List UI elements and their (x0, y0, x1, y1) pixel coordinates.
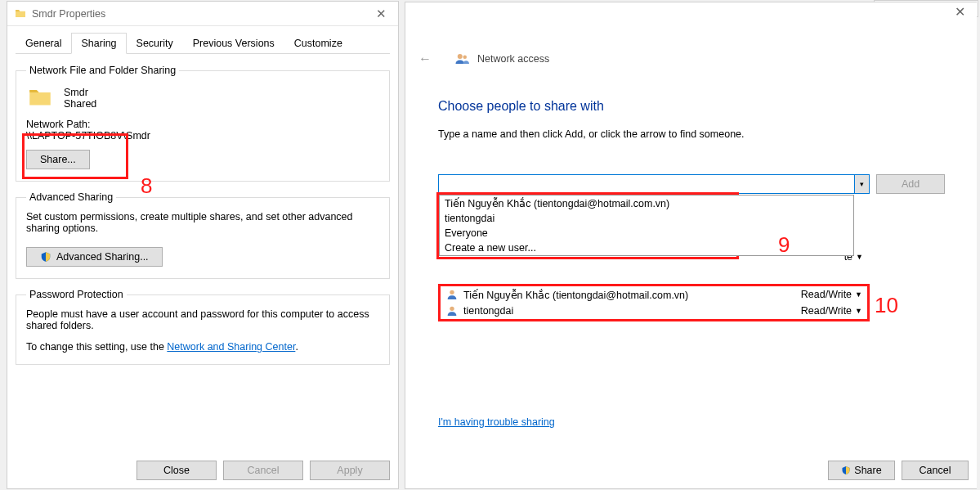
advanced-sharing-group: Advanced Sharing Set custom permissions,… (16, 191, 390, 279)
back-arrow-icon[interactable]: ← (415, 50, 435, 68)
advanced-legend: Advanced Sharing (26, 191, 116, 203)
annotation-number-10: 10 (875, 293, 898, 318)
net-body: Choose people to share with Type a name … (438, 99, 945, 321)
apply-btn[interactable]: Apply (310, 461, 390, 480)
tab-security[interactable]: Security (127, 33, 183, 54)
dropdown-option[interactable]: Create a new user... (440, 241, 853, 255)
network-path-label: Network Path: (26, 119, 379, 130)
permission-row[interactable]: tientongdai Read/Write▼ (441, 303, 867, 319)
tabstrip: General Sharing Security Previous Versio… (16, 33, 390, 54)
properties-titlebar: Smdr Properties ✕ (7, 2, 398, 26)
close-button[interactable]: ✕ (943, 0, 977, 24)
pp-change-line: To change this setting, use the Network … (26, 341, 379, 353)
net-header-text: Network access (477, 53, 549, 65)
pp-desc: People must have a user account and pass… (26, 308, 379, 331)
pp-change-text: To change this setting, use the (26, 341, 167, 353)
close-button[interactable]: ✕ (371, 5, 392, 23)
permission-level[interactable]: Read/Write▼ (801, 305, 862, 317)
permission-user-name: tientongdai (463, 305, 513, 317)
user-icon (445, 288, 459, 301)
add-button[interactable]: Add (876, 174, 945, 194)
cancel-btn[interactable]: Cancel (223, 461, 303, 480)
window-title: Smdr Properties (32, 8, 105, 20)
folder-icon (14, 7, 27, 20)
password-protection-group: Password Protection People must have a u… (16, 289, 390, 365)
folder-icon (26, 84, 54, 112)
tab-general[interactable]: General (16, 33, 71, 54)
user-icon (445, 304, 459, 317)
share-button-wrap: Share... (26, 150, 90, 169)
pp-legend: Password Protection (26, 289, 127, 300)
share-button[interactable]: Share... (26, 150, 90, 169)
svg-point-1 (463, 56, 468, 60)
permission-user-name: Tiến Nguyễn Khắc (tientongdai@hotmail.co… (463, 289, 688, 301)
share-confirm-label: Share (854, 465, 881, 476)
shield-icon (40, 251, 51, 263)
dropdown-option[interactable]: tientongdai (440, 211, 853, 226)
net-titlebar: ✕ (943, 4, 977, 20)
net-subtext: Type a name and then click Add, or click… (438, 128, 945, 140)
tab-previous-versions[interactable]: Previous Versions (183, 33, 284, 54)
user-input[interactable] (439, 175, 854, 193)
user-combobox[interactable]: ▾ Tiến Nguyễn Khắc (tientongdai@hotmail.… (438, 174, 870, 194)
tab-sharing[interactable]: Sharing (71, 33, 126, 54)
advanced-desc: Set custom permissions, create multiple … (26, 211, 379, 234)
folder-name: Smdr (64, 87, 96, 98)
permission-level[interactable]: Read/Write▼ (801, 289, 862, 300)
user-dropdown-list: Tiến Nguyễn Khắc (tientongdai@hotmail.co… (439, 195, 854, 256)
annotation-number-9: 9 (778, 232, 790, 258)
permission-list: Tiến Nguyễn Khắc (tientongdai@hotmail.co… (438, 284, 870, 321)
net-heading: Choose people to share with (438, 99, 945, 114)
advanced-sharing-label: Advanced Sharing... (56, 251, 149, 263)
dropdown-option[interactable]: Tiến Nguyễn Khắc (tientongdai@hotmail.co… (440, 196, 853, 211)
people-icon (454, 52, 469, 66)
advanced-sharing-button[interactable]: Advanced Sharing... (26, 247, 163, 267)
folder-status: Shared (64, 98, 96, 110)
svg-point-0 (458, 54, 463, 59)
shield-icon (841, 465, 851, 475)
dropdown-option[interactable]: Everyone (440, 226, 853, 241)
svg-point-2 (450, 290, 454, 294)
tab-customize[interactable]: Customize (284, 33, 352, 54)
network-path: \\LAPTOP-57TIOB8V\Smdr (26, 130, 379, 142)
properties-buttons: Close Cancel Apply (136, 461, 390, 480)
network-sharing-center-link[interactable]: Network and Sharing Center (167, 341, 295, 353)
net-buttons: Share Cancel (828, 461, 969, 480)
permission-row[interactable]: Tiến Nguyễn Khắc (tientongdai@hotmail.co… (441, 286, 867, 303)
chevron-down-icon: ▾ (860, 180, 864, 188)
close-btn[interactable]: Close (136, 461, 217, 480)
svg-point-3 (450, 307, 454, 311)
nfs-legend: Network File and Folder Sharing (26, 65, 179, 76)
net-header: ← Network access (415, 50, 549, 68)
chevron-down-icon: ▼ (856, 253, 863, 261)
net-cancel-button[interactable]: Cancel (902, 461, 969, 480)
chevron-down-icon: ▼ (855, 307, 862, 315)
network-access-dialog: ✕ ← Network access Choose people to shar… (405, 2, 977, 489)
annotation-number-8: 8 (141, 173, 152, 199)
add-row: ▾ Tiến Nguyễn Khắc (tientongdai@hotmail.… (438, 174, 945, 194)
sharing-panel: Network File and Folder Sharing Smdr Sha… (7, 54, 398, 379)
share-confirm-button[interactable]: Share (828, 461, 895, 480)
network-file-sharing-group: Network File and Folder Sharing Smdr Sha… (16, 65, 390, 182)
chevron-down-icon: ▼ (855, 290, 862, 299)
dropdown-toggle[interactable]: ▾ (854, 175, 869, 193)
properties-dialog: Smdr Properties ✕ General Sharing Securi… (7, 1, 399, 489)
trouble-sharing-link[interactable]: I'm having trouble sharing (438, 416, 555, 428)
